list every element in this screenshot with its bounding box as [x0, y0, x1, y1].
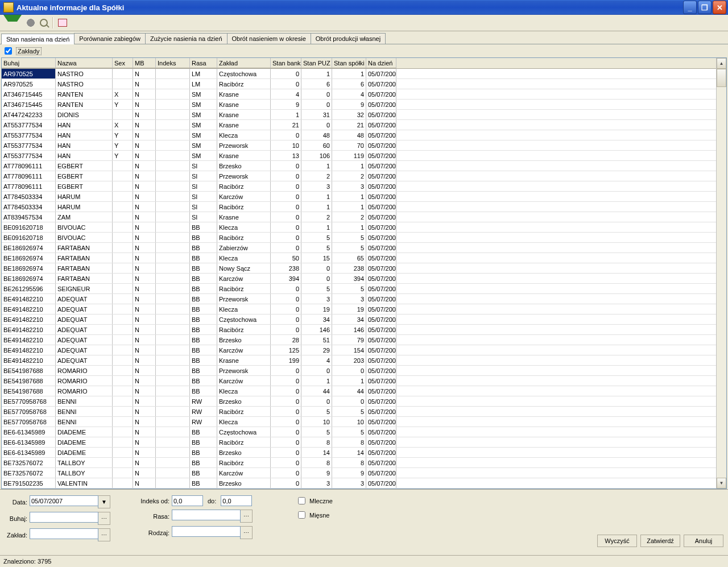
table-row[interactable]: BE541987688ROMARIONBBKarczów01105/07/200: [2, 376, 716, 386]
search-icon[interactable]: [40, 19, 48, 27]
table-row[interactable]: BE791502235VALENTINNBBBrzesko03305/07/20…: [2, 478, 716, 489]
table-row[interactable]: BE541987688ROMARIONBBKlecza0444405/07/20…: [2, 386, 716, 396]
tab-3[interactable]: Obrót nasieniem w okresie: [227, 33, 311, 44]
mleczne-checkbox[interactable]: [298, 497, 305, 504]
table-row[interactable]: AT346715445RANTENYNSMKrasne90905/07/200: [2, 100, 716, 110]
tab-1[interactable]: Porównanie zabiegów: [74, 33, 146, 44]
table-row[interactable]: BE5770958768BENNINRWKlecza0101005/07/200: [2, 417, 716, 427]
do-input[interactable]: [221, 495, 252, 506]
table-row[interactable]: BE6-61345989DIADEMENBBRacibórz08805/07/2…: [2, 437, 716, 448]
indeks-od-input[interactable]: [172, 495, 203, 506]
column-header[interactable]: Stan PUZ: [301, 58, 332, 68]
table-row[interactable]: BE491482210ADEQUATNBBRacibórz014614605/0…: [2, 325, 716, 335]
table-row[interactable]: AT784503334HARUMNSIKarczów01105/07/200: [2, 192, 716, 202]
data-grid[interactable]: BuhajNazwaSexMBIndeksRasaZakładStan bank…: [2, 58, 716, 489]
column-header[interactable]: Indeks: [156, 58, 190, 68]
table-row[interactable]: AT778096111EGBERTNSIBrzesko01105/07/200: [2, 161, 716, 171]
table-row[interactable]: AT839457534ZAMNSIKrasne02205/07/200: [2, 212, 716, 222]
anuluj-button[interactable]: Anuluj: [684, 535, 723, 547]
zaklady-label[interactable]: Zakłady: [16, 47, 42, 55]
table-cell: 05/07/200: [366, 376, 396, 386]
table-row[interactable]: BE186926974FARTABANNBBKarczów394039405/0…: [2, 274, 716, 284]
table-row[interactable]: BE491482210ADEQUATNBBPrzeworsk03305/07/2…: [2, 294, 716, 304]
table-row[interactable]: AR970525NASTRONLMRacibórz06605/07/200: [2, 79, 716, 89]
exit-icon[interactable]: [58, 19, 67, 27]
column-header[interactable]: Nazwa: [56, 58, 113, 68]
table-row[interactable]: AT447242233DIONISNSMKrasne1313205/07/200: [2, 110, 716, 120]
column-header[interactable]: Buhaj: [2, 58, 56, 68]
table-cell: N: [133, 304, 156, 314]
scroll-down-button[interactable]: ▼: [717, 478, 726, 489]
table-row[interactable]: BE6-61345989DIADEMENBBCzęstochowa05505/0…: [2, 427, 716, 437]
table-row[interactable]: BE541987688ROMARIONBBPrzeworsk00005/07/2…: [2, 366, 716, 376]
table-row[interactable]: BE732576072TALLBOYNBBRacibórz08805/07/20…: [2, 458, 716, 468]
table-row[interactable]: AT784503334HARUMNSIRacibórz01105/07/200: [2, 202, 716, 212]
column-header[interactable]: Na dzień: [366, 58, 396, 68]
table-cell: Racibórz: [217, 233, 271, 242]
column-header[interactable]: Sex: [113, 58, 133, 68]
table-row[interactable]: BE6-61345989DIADEMENBBBrzesko0141405/07/…: [2, 448, 716, 458]
scroll-track[interactable]: [717, 69, 726, 478]
table-cell: 0: [271, 69, 301, 78]
table-row[interactable]: BE491482210ADEQUATNBBCzęstochowa0343405/…: [2, 314, 716, 325]
table-row[interactable]: BE5770958768BENNINRWBrzesko00005/07/200: [2, 396, 716, 407]
table-row[interactable]: BE186926974FARTABANNBBKlecza50156505/07/…: [2, 253, 716, 263]
scroll-thumb[interactable]: [717, 69, 726, 87]
table-cell: N: [133, 222, 156, 232]
column-header[interactable]: Stan bank: [271, 58, 301, 68]
table-row[interactable]: AT346715445RANTENXNSMKrasne40405/07/200: [2, 89, 716, 100]
table-row[interactable]: BE732576072TALLBOYNBBKarczów09905/07/200: [2, 468, 716, 478]
buhaj-picker-button[interactable]: ⋯: [98, 512, 110, 525]
rodzaj-picker-button[interactable]: ⋯: [240, 526, 253, 539]
vertical-scrollbar[interactable]: ▲ ▼: [716, 58, 726, 489]
rodzaj-combo[interactable]: ⋯: [172, 526, 253, 539]
rasa-picker-button[interactable]: ⋯: [240, 510, 253, 523]
table-row[interactable]: BE186926974FARTABANNBBNowy Sącz238023805…: [2, 263, 716, 274]
zaklady-checkbox[interactable]: [5, 47, 12, 55]
table-cell: 5: [332, 407, 366, 416]
table-row[interactable]: AT553777534HANXNSMKrasne2102105/07/200: [2, 120, 716, 130]
rodzaj-input[interactable]: [172, 526, 240, 537]
close-button[interactable]: ✕: [713, 1, 726, 14]
buhaj-input[interactable]: [30, 512, 98, 523]
data-input[interactable]: [30, 495, 98, 506]
zaklad-picker-button[interactable]: ⋯: [98, 528, 110, 541]
table-row[interactable]: AT778096111EGBERTNSIRacibórz03305/07/200: [2, 181, 716, 192]
table-row[interactable]: AT778096111EGBERTNSIPrzeworsk02205/07/20…: [2, 171, 716, 181]
data-dropdown-button[interactable]: ▼: [98, 495, 110, 508]
rasa-combo[interactable]: ⋯: [172, 510, 253, 523]
table-row[interactable]: AT553777534HANYNSMKlecza0484805/07/200: [2, 130, 716, 140]
table-row[interactable]: BE491482210ADEQUATNBBKarczów1252915405/0…: [2, 345, 716, 355]
wyczysc-button[interactable]: Wyczyść: [597, 535, 637, 547]
table-row[interactable]: AT553777534HANYNSMPrzeworsk10607005/07/2…: [2, 140, 716, 151]
tab-4[interactable]: Obrót produkcji własnej: [311, 33, 386, 44]
table-row[interactable]: BE491482210ADEQUATNBBKlecza0191905/07/20…: [2, 304, 716, 314]
table-row[interactable]: BE186926974FARTABANNBBZabierzów05505/07/…: [2, 243, 716, 253]
table-row[interactable]: BE091620718BIVOUACNBBRacibórz05505/07/20…: [2, 233, 716, 243]
zatwierdz-button[interactable]: Zatwierdź: [640, 535, 680, 547]
table-row[interactable]: BE261295596SEIGNEURNBBRacibórz05505/07/2…: [2, 284, 716, 294]
column-header[interactable]: Stan spółki: [332, 58, 366, 68]
rasa-input[interactable]: [172, 510, 240, 520]
table-row[interactable]: AT553777534HANYNSMKrasne1310611905/07/20…: [2, 151, 716, 161]
table-row[interactable]: BE491482210ADEQUATNBBBrzesko28517905/07/…: [2, 335, 716, 345]
column-header[interactable]: Rasa: [190, 58, 217, 68]
tab-0[interactable]: Stan nasienia na dzień: [1, 34, 75, 44]
column-header[interactable]: MB: [133, 58, 156, 68]
buhaj-combo[interactable]: ⋯: [30, 512, 110, 525]
data-combo[interactable]: ▼: [30, 495, 110, 508]
remove-filter-icon[interactable]: [26, 18, 35, 27]
tab-2[interactable]: Zużycie nasienia na dzień: [145, 33, 228, 44]
column-header[interactable]: Zakład: [217, 58, 271, 68]
table-row[interactable]: BE491482210ADEQUATNBBKrasne199420305/07/…: [2, 355, 716, 366]
table-row[interactable]: BE5770958768BENNINRWRacibórz05505/07/200: [2, 407, 716, 417]
scroll-up-button[interactable]: ▲: [717, 58, 726, 69]
zaklad-combo[interactable]: ⋯: [30, 528, 110, 541]
table-row[interactable]: AR970525NASTRONLMCzęstochowa01105/07/200: [2, 69, 716, 79]
zaklad-input[interactable]: [30, 528, 98, 539]
maximize-button[interactable]: ❐: [698, 1, 712, 14]
minimize-button[interactable]: _: [683, 1, 697, 14]
filter-icon[interactable]: [3, 15, 22, 31]
miesne-checkbox[interactable]: [298, 511, 305, 519]
table-row[interactable]: BE091620718BIVOUACNBBKlecza01105/07/200: [2, 222, 716, 233]
